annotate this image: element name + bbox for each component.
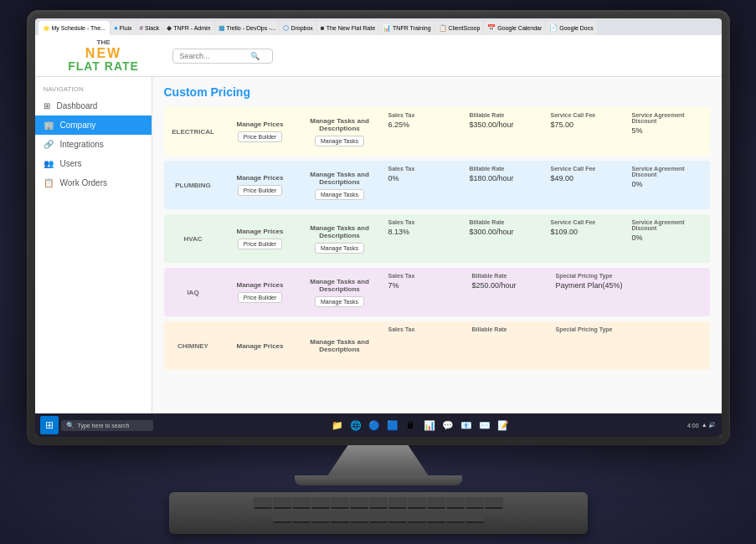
- service-call-fee-plumbing: Service Call Fee $49.00: [549, 164, 624, 206]
- browser-tab-gcal[interactable]: 📅 Google Calendar: [484, 21, 545, 35]
- taskbar-icon-teams[interactable]: 💬: [440, 417, 456, 434]
- nav-label: Navigation: [35, 82, 152, 96]
- taskbar-icon-chrome[interactable]: 🔵: [366, 417, 383, 434]
- logo: THE NEW FLAT RATE: [45, 38, 162, 74]
- billable-rate-plumbing: Billable Rate $180.00/hour: [468, 164, 543, 206]
- sales-tax-hvac: Sales Tax 8.13%: [387, 218, 461, 259]
- special-pricing-iaq: Special Pricing Type Payment Plan(45%): [554, 271, 705, 313]
- manage-prices-chimney: Manage Prices: [223, 321, 298, 370]
- manage-prices-label-hvac: Manage Prices: [236, 228, 283, 235]
- sidebar-item-company[interactable]: 🏢 Company: [35, 115, 152, 135]
- tasks-label-electrical: Manage Tasks and Descriptions: [301, 117, 378, 132]
- users-icon: 👥: [44, 159, 54, 168]
- sidebar-item-users[interactable]: 👥 Users: [35, 154, 152, 173]
- browser-tab-gdocs[interactable]: 📄 Google Docs: [546, 21, 596, 35]
- browser-tab-tnfr2[interactable]: ■ The New Flat Rate: [317, 21, 378, 35]
- manage-prices-label-iaq: Manage Prices: [236, 281, 283, 289]
- service-call-fee-hvac: Service Call Fee $109.00: [549, 218, 624, 259]
- taskbar-icon-excel[interactable]: 📊: [421, 417, 438, 434]
- sales-tax-chimney: Sales Tax: [387, 325, 464, 367]
- info-plumbing: Sales Tax 0% Billable Rate $180.00/hour …: [382, 161, 710, 209]
- work-orders-icon: 📋: [44, 178, 54, 187]
- billable-rate-electrical: Billable Rate $350.00/hour: [468, 110, 543, 152]
- main-content: Custom Pricing ELECTRICAL Manage Prices …: [152, 77, 722, 413]
- tasks-label-hvac: Manage Tasks and Descriptions: [301, 224, 378, 239]
- pricing-row-iaq: IAQ Manage Prices Price Builder Manage T…: [164, 268, 710, 316]
- manage-tasks-btn-plumbing[interactable]: Manage Tasks: [315, 189, 364, 200]
- browser-tab-fluix[interactable]: ● Fluix: [111, 21, 136, 35]
- taskbar-icon-zoom[interactable]: 🟦: [384, 417, 401, 434]
- tasks-plumbing: Manage Tasks and Descriptions Manage Tas…: [298, 161, 382, 209]
- trade-label-iaq: IAQ: [164, 268, 223, 316]
- company-icon: 🏢: [44, 121, 54, 130]
- sales-tax-plumbing: Sales Tax 0%: [387, 164, 461, 206]
- page-title: Custom Pricing: [164, 85, 710, 99]
- manage-tasks-btn-iaq[interactable]: Manage Tasks: [315, 296, 364, 307]
- sidebar-item-dashboard[interactable]: ⊞ Dashboard: [35, 96, 152, 115]
- sidebar-item-work-orders[interactable]: 📋 Work Orders: [35, 173, 152, 192]
- taskbar-icon-edge[interactable]: 🌐: [347, 417, 364, 434]
- search-input[interactable]: [180, 52, 247, 60]
- tasks-label-chimney: Manage Tasks and Descriptions: [301, 338, 378, 353]
- special-pricing-chimney: Special Pricing Type: [554, 325, 705, 367]
- info-iaq: Sales Tax 7% Billable Rate $250.00/hour …: [382, 268, 710, 316]
- taskbar-right: 4:00 ▲ 🔊: [687, 422, 717, 429]
- manage-tasks-btn-hvac[interactable]: Manage Tasks: [315, 243, 364, 254]
- tasks-iaq: Manage Tasks and Descriptions Manage Tas…: [298, 268, 382, 316]
- pricing-row-hvac: HVAC Manage Prices Price Builder Manage …: [164, 214, 710, 263]
- manage-prices-electrical: Manage Prices Price Builder: [223, 107, 298, 156]
- sales-tax-iaq: Sales Tax 7%: [387, 271, 464, 313]
- taskbar-search-icon: 🔍: [66, 422, 75, 429]
- price-builder-btn-plumbing[interactable]: Price Builder: [238, 185, 283, 196]
- trade-label-chimney: CHIMNEY: [164, 321, 223, 370]
- integrations-icon: 🔗: [44, 140, 54, 149]
- search-bar[interactable]: 🔍: [172, 49, 273, 64]
- dashboard-icon: ⊞: [44, 101, 50, 110]
- sidebar: Navigation ⊞ Dashboard 🏢 Company: [35, 77, 152, 413]
- sidebar-item-integrations[interactable]: 🔗 Integrations: [35, 135, 152, 154]
- taskbar-icon-gmail[interactable]: ✉️: [476, 417, 493, 434]
- sales-tax-electrical: Sales Tax 6.25%: [387, 110, 461, 152]
- manage-prices-iaq: Manage Prices Price Builder: [223, 268, 298, 316]
- info-chimney: Sales Tax Billable Rate Special Pricing …: [382, 321, 710, 370]
- pricing-row-electrical: ELECTRICAL Manage Prices Price Builder M…: [164, 107, 710, 156]
- info-electrical: Sales Tax 6.25% Billable Rate $350.00/ho…: [382, 107, 710, 156]
- taskbar-icon-word[interactable]: 📝: [495, 417, 512, 434]
- manage-prices-hvac: Manage Prices Price Builder: [223, 214, 298, 263]
- pricing-row-chimney: CHIMNEY Manage Prices Manage Tasks and D…: [164, 321, 710, 370]
- taskbar-tray: ▲ 🔊: [702, 422, 717, 429]
- search-icon: 🔍: [250, 52, 260, 60]
- browser-tab-tnfr[interactable]: ◆ TNFR - Admin: [163, 21, 213, 35]
- taskbar-search[interactable]: 🔍 Type here to search: [61, 420, 153, 431]
- tasks-hvac: Manage Tasks and Descriptions Manage Tas…: [298, 214, 382, 263]
- billable-rate-chimney: Billable Rate: [471, 325, 548, 367]
- manage-tasks-btn-electrical[interactable]: Manage Tasks: [315, 136, 364, 146]
- taskbar: ⊞ 🔍 Type here to search 📁 🌐 🔵 🟦 🖩 📊 💬: [35, 413, 722, 437]
- manage-prices-label-plumbing: Manage Prices: [236, 174, 283, 182]
- browser-tab-dropbox[interactable]: ⬡ Dropbox: [280, 21, 316, 35]
- info-hvac: Sales Tax 8.13% Billable Rate $300.00/ho…: [382, 214, 710, 263]
- trade-label-hvac: HVAC: [164, 214, 223, 263]
- browser-tab-clientscoop[interactable]: 📋 ClientScoop: [435, 21, 484, 35]
- browser-tab-active[interactable]: ⭐ My Schedule - The...: [39, 21, 110, 35]
- browser-tab-training[interactable]: 📊 TNFR Training: [379, 21, 435, 35]
- price-builder-btn-hvac[interactable]: Price Builder: [238, 239, 283, 249]
- browser-tab-trello[interactable]: ▦ Trello - DevOps -...: [215, 21, 280, 35]
- taskbar-icon-outlook[interactable]: 📧: [458, 417, 475, 434]
- taskbar-icon-explorer[interactable]: 📁: [329, 417, 346, 434]
- trade-label-electrical: ELECTRICAL: [164, 107, 223, 156]
- price-builder-btn-electrical[interactable]: Price Builder: [238, 131, 283, 142]
- service-agreement-plumbing: Service Agreement Discount 0%: [630, 164, 705, 206]
- billable-rate-hvac: Billable Rate $300.00/hour: [468, 218, 543, 259]
- taskbar-icon-calc[interactable]: 🖩: [403, 417, 419, 434]
- tasks-label-iaq: Manage Tasks and Descriptions: [301, 278, 378, 293]
- tasks-label-plumbing: Manage Tasks and Descriptions: [301, 171, 378, 186]
- browser-tab-slack[interactable]: # Slack: [136, 21, 163, 35]
- start-button[interactable]: ⊞: [40, 416, 59, 434]
- tasks-chimney: Manage Tasks and Descriptions: [298, 321, 382, 370]
- service-agreement-electrical: Service Agreement Discount 5%: [630, 110, 705, 152]
- taskbar-time: 4:00: [687, 423, 699, 429]
- tasks-electrical: Manage Tasks and Descriptions Manage Tas…: [298, 107, 382, 156]
- price-builder-btn-iaq[interactable]: Price Builder: [238, 292, 283, 303]
- manage-prices-label-chimney: Manage Prices: [236, 342, 283, 350]
